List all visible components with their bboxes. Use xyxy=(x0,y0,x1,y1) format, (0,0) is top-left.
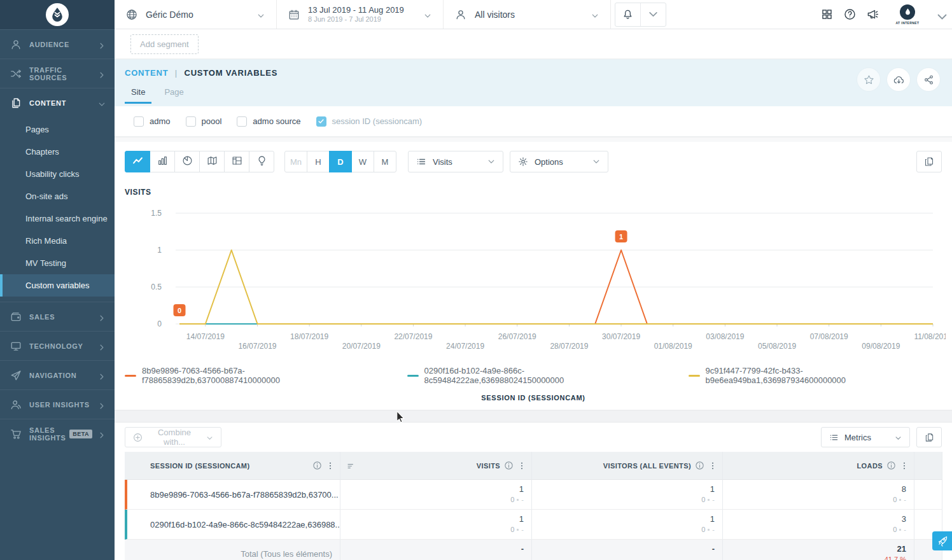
plus-circle-icon xyxy=(133,433,143,442)
apps-grid-icon[interactable] xyxy=(821,8,833,20)
site-selector[interactable]: Géric Démo xyxy=(115,0,277,29)
legend-swatch xyxy=(125,375,136,377)
svg-text:20/07/2019: 20/07/2019 xyxy=(342,342,381,351)
column-header-visits[interactable]: VISITS xyxy=(340,452,532,480)
metrics-dropdown[interactable]: Metrics xyxy=(821,427,910,447)
kebab-menu-icon[interactable] xyxy=(326,461,335,470)
sidebar-subitem-internal-search-engine[interactable]: Internal search engine xyxy=(0,207,115,230)
metric-dropdown[interactable]: Visits xyxy=(408,151,503,172)
checkbox[interactable] xyxy=(316,116,326,127)
sidebar-item-sales-insights[interactable]: SALES INSIGHTS BETA xyxy=(0,419,115,448)
pie-chart-icon xyxy=(182,155,193,168)
bell-icon[interactable] xyxy=(615,3,640,26)
sidebar-subitem-chapters[interactable]: Chapters xyxy=(0,141,115,163)
filter-admo[interactable]: admo xyxy=(134,116,171,127)
favorite-button[interactable] xyxy=(857,68,880,91)
legend-label: 9c91f447-7799-42fc-b433-b9e6ea949ba1,636… xyxy=(706,366,942,385)
info-icon[interactable] xyxy=(312,461,322,470)
chevron-down-icon[interactable] xyxy=(936,11,944,18)
legend-item[interactable]: 9c91f447-7799-42fc-b433-b9e6ea949ba1,636… xyxy=(689,366,942,385)
segment-selector[interactable]: All visitors xyxy=(444,0,611,29)
info-icon[interactable] xyxy=(886,461,896,470)
sidebar-item-user-insights[interactable]: USER INSIGHTS xyxy=(0,389,115,419)
sort-indicator-icon[interactable] xyxy=(347,461,355,470)
gear-icon xyxy=(518,157,528,167)
svg-text:22/07/2019: 22/07/2019 xyxy=(394,332,432,341)
traffic-sources-icon xyxy=(10,68,22,80)
filter-admo-source[interactable]: admo source xyxy=(237,116,300,127)
filter-session-id-sessioncam[interactable]: session ID (sessioncam) xyxy=(316,116,423,127)
kebab-menu-icon[interactable] xyxy=(900,461,909,470)
checkbox[interactable] xyxy=(237,116,247,127)
chart-type-map-icon[interactable] xyxy=(199,151,225,172)
chevron-down-icon[interactable] xyxy=(640,3,666,26)
granularity-w[interactable]: W xyxy=(351,151,374,172)
technology-icon xyxy=(10,340,22,352)
column-header-loads[interactable]: LOADS xyxy=(723,452,914,480)
table-export-button[interactable] xyxy=(916,427,942,447)
chart-toolbar: MnHDWM Visits Options xyxy=(125,151,942,172)
visits-line-chart[interactable]: 00.511.514/07/201916/07/201918/07/201920… xyxy=(125,203,946,362)
add-segment-button[interactable]: Add segment xyxy=(130,34,199,54)
chart-export-button[interactable] xyxy=(916,151,942,172)
kebab-menu-icon[interactable] xyxy=(708,461,717,470)
sidebar-item-label: TRAFFIC SOURCES xyxy=(29,66,98,81)
svg-text:14/07/2019: 14/07/2019 xyxy=(186,332,225,341)
legend-item[interactable]: 8b9e9896-7063-4566-b67a-f78865839d2b,637… xyxy=(125,366,382,385)
options-dropdown[interactable]: Options xyxy=(510,151,608,172)
checkbox[interactable] xyxy=(134,116,144,127)
sidebar-subitem-pages[interactable]: Pages xyxy=(0,118,115,141)
sidebar-subitem-rich-media[interactable]: Rich Media xyxy=(0,230,115,252)
sidebar-subitem-mv-testing[interactable]: MV Testing xyxy=(0,252,115,274)
sidebar-item-navigation[interactable]: NAVIGATION xyxy=(0,360,115,389)
cell-value: 1 xyxy=(710,514,715,525)
column-header-session-id-sessioncam[interactable]: SESSION ID (SESSIONCAM) xyxy=(125,452,340,480)
tab-page[interactable]: Page xyxy=(158,85,190,104)
sidebar-subitem-on-site-ads[interactable]: On-site ads xyxy=(0,185,115,207)
level-tabs: SitePage xyxy=(125,85,942,104)
chart-type-bar-chart-icon[interactable] xyxy=(150,151,175,172)
sidebar-item-traffic-sources[interactable]: TRAFFIC SOURCES xyxy=(0,59,115,88)
granularity-m[interactable]: M xyxy=(374,151,396,172)
tab-site[interactable]: Site xyxy=(125,85,151,104)
filter-poool[interactable]: poool xyxy=(186,116,222,127)
combine-with-button[interactable]: Combine with... xyxy=(125,427,221,447)
kebab-menu-icon[interactable] xyxy=(517,461,526,470)
sidebar-item-sales[interactable]: SALES xyxy=(0,302,115,331)
granularity-d[interactable]: D xyxy=(329,151,352,172)
table-row[interactable]: 0290f16d-b102-4a9e-866c-8c59484222ae,636… xyxy=(125,510,942,540)
checkbox[interactable] xyxy=(186,116,196,127)
help-icon[interactable] xyxy=(844,8,856,20)
chart-type-group xyxy=(125,151,274,172)
breadcrumb-section[interactable]: CONTENT xyxy=(125,68,168,78)
chart-type-layout-icon[interactable] xyxy=(224,151,249,172)
sidebar-subitem-custom-variables[interactable]: Custom variables xyxy=(0,274,115,297)
legend-item[interactable]: 0290f16d-b102-4a9e-866c-8c59484222ae,636… xyxy=(407,366,663,385)
sidebar-item-audience[interactable]: AUDIENCE xyxy=(0,29,115,59)
date-range-selector[interactable]: 13 Jul 2019 - 11 Aug 2019 8 Jun 2019 - 7… xyxy=(277,0,444,29)
megaphone-icon[interactable] xyxy=(867,8,879,20)
sidebar-item-label: SALES INSIGHTS xyxy=(29,426,69,442)
bar-chart-icon xyxy=(157,155,168,168)
options-dropdown-label: Options xyxy=(535,157,563,167)
share-button[interactable] xyxy=(917,68,940,91)
granularity-h[interactable]: H xyxy=(307,151,330,172)
account-menu[interactable]: AT INTERNET xyxy=(890,4,925,25)
info-icon[interactable] xyxy=(504,461,514,470)
download-button[interactable] xyxy=(887,68,910,91)
breadcrumb-separator: | xyxy=(175,68,178,78)
sidebar-item-content[interactable]: CONTENT xyxy=(0,88,115,117)
rocket-launcher-button[interactable] xyxy=(932,531,952,550)
chart-type-lightbulb-icon[interactable] xyxy=(249,151,274,172)
app-logo[interactable] xyxy=(0,0,115,29)
granularity-mn[interactable]: Mn xyxy=(284,151,307,172)
chart-type-pie-chart-icon[interactable] xyxy=(174,151,200,172)
table-row[interactable]: 8b9e9896-7063-4566-b67a-f78865839d2b,637… xyxy=(125,480,942,510)
sidebar-item-technology[interactable]: TECHNOLOGY xyxy=(0,331,115,360)
info-icon[interactable] xyxy=(695,461,704,470)
cell-loads: 80- xyxy=(723,480,914,510)
main-area: Géric Démo 13 Jul 2019 - 11 Aug 2019 8 J… xyxy=(115,0,952,560)
chart-type-line-chart-icon[interactable] xyxy=(125,151,150,172)
column-header-visitors-all-events[interactable]: VISITORS (ALL EVENTS) xyxy=(532,452,723,480)
sidebar-subitem-usability-clicks[interactable]: Usability clicks xyxy=(0,163,115,185)
